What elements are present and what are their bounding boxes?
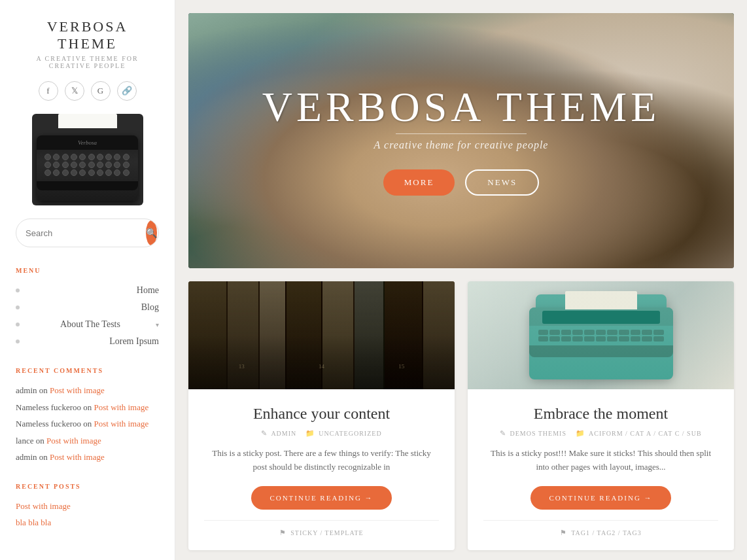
card-2-cta: CONTINUE READING → (483, 486, 718, 510)
menu-item-label: Blog (141, 302, 159, 313)
continue-reading-button-1[interactable]: CONTINUE READING → (251, 486, 391, 510)
menu-item-about[interactable]: About The Tests ▾ (16, 316, 159, 333)
post-link[interactable]: bla bla bla (16, 517, 51, 527)
list-item: Nameless fuckeroo on Post with image (16, 415, 159, 432)
card-image-books: 131415 (188, 281, 455, 389)
social-links: f 𝕏 G 🔗 (16, 81, 159, 101)
hero-subtitle: A creative theme for creative people (262, 139, 660, 151)
main-menu: Home Blog About The Tests ▾ Lorem Ipsum (16, 282, 159, 350)
card-1-tags: ⚑ STICKY / TEMPLATE (204, 520, 439, 540)
hero-divider (396, 133, 527, 134)
author-icon: ✎ (261, 429, 268, 438)
list-item: admin on Post with image (16, 382, 159, 399)
typewriter-image: Verbosa (32, 114, 143, 205)
tag-icon: ⚑ (279, 529, 287, 537)
link-icon[interactable]: 🔗 (117, 81, 137, 101)
tag-icon: ⚑ (560, 529, 567, 537)
list-item: lance on Post with image (16, 432, 159, 449)
list-item: bla bla bla (16, 514, 159, 531)
recent-comments-list: admin on Post with image Nameless fucker… (16, 382, 159, 466)
menu-item-label: About The Tests (60, 319, 120, 330)
more-button[interactable]: MORE (383, 169, 455, 196)
card-1-cta: CONTINUE READING → (204, 486, 439, 510)
author-icon: ✎ (500, 429, 506, 438)
menu-item-blog[interactable]: Blog (16, 299, 159, 316)
post-card-2: Embrace the moment ✎ DEMOS THEMIS 📁 ACIF… (468, 281, 734, 550)
card-1-title: Enhance your content (204, 405, 439, 423)
menu-item-lorem[interactable]: Lorem Ipsum (16, 333, 159, 350)
category-icon: 📁 (305, 429, 315, 438)
comment-link[interactable]: Post with image (46, 436, 101, 446)
card-2-body: Embrace the moment ✎ DEMOS THEMIS 📁 ACIF… (468, 389, 734, 550)
card-1-meta: ✎ ADMIN 📁 UNCATEGORIZED (204, 429, 439, 438)
list-item: admin on Post with image (16, 449, 159, 466)
card-2-meta: ✎ DEMOS THEMIS 📁 ACIFORM / CAT A / CAT C… (483, 429, 718, 438)
twitter-icon[interactable]: 𝕏 (65, 81, 84, 101)
card-1-body: Enhance your content ✎ ADMIN 📁 UNCATEGOR… (188, 389, 455, 550)
comment-link[interactable]: Post with image (50, 452, 105, 462)
site-tagline: A CREATIVE THEME FOR CREATIVE PEOPLE (16, 55, 159, 69)
facebook-icon[interactable]: f (39, 81, 58, 101)
hero-buttons: MORE NEWS (262, 169, 660, 196)
post-card-1: 131415 Enhance your content ✎ ADMIN 📁 UN… (188, 281, 455, 550)
hero-title: VERBOSA THEME (262, 86, 660, 128)
logo-area: VERBOSA THEME A CREATIVE THEME FOR CREAT… (16, 18, 159, 69)
card-1-category: 📁 UNCATEGORIZED (305, 429, 381, 438)
site-title: VERBOSA THEME (16, 18, 159, 52)
card-image-typewriter (468, 281, 734, 389)
card-2-author: ✎ DEMOS THEMIS (500, 429, 566, 438)
comment-link[interactable]: Post with image (94, 419, 149, 429)
hero-content: VERBOSA THEME A creative theme for creat… (262, 86, 660, 196)
card-2-category: 📁 ACIFORM / CAT A / CAT C / SUB (576, 429, 702, 438)
recent-posts-list: Post with image bla bla bla (16, 498, 159, 531)
search-input[interactable] (16, 223, 145, 243)
list-item: Post with image (16, 498, 159, 515)
menu-item-label: Home (137, 285, 159, 296)
menu-label: MENU (16, 267, 159, 274)
search-icon: 🔍 (146, 228, 157, 238)
card-1-author: ✎ ADMIN (261, 429, 296, 438)
continue-reading-button-2[interactable]: CONTINUE READING → (530, 486, 670, 510)
card-1-excerpt: This is a sticky post. There are a few t… (204, 447, 439, 474)
category-icon: 📁 (576, 429, 585, 438)
news-button[interactable]: NEWS (465, 169, 539, 196)
recent-comments-label: RECENT COMMENTS (16, 367, 159, 374)
main-content: VERBOSA THEME A creative theme for creat… (175, 0, 747, 560)
menu-item-home[interactable]: Home (16, 282, 159, 299)
hero-banner: VERBOSA THEME A creative theme for creat… (188, 13, 734, 268)
comment-link[interactable]: Post with image (94, 402, 149, 412)
sidebar: VERBOSA THEME A CREATIVE THEME FOR CREAT… (0, 0, 175, 560)
card-2-title: Embrace the moment (483, 405, 718, 423)
cards-row: 131415 Enhance your content ✎ ADMIN 📁 UN… (188, 281, 734, 550)
search-button[interactable]: 🔍 (146, 220, 157, 245)
card-2-tags: ⚑ TAG1 / TAG2 / TAG3 (483, 520, 718, 540)
recent-posts-label: RECENT POSTS (16, 483, 159, 490)
search-bar[interactable]: 🔍 (16, 219, 159, 247)
menu-item-label: Lorem Ipsum (109, 336, 159, 347)
googleplus-icon[interactable]: G (91, 81, 111, 101)
post-link[interactable]: Post with image (16, 501, 71, 511)
comment-link[interactable]: Post with image (50, 385, 105, 395)
list-item: Nameless fuckeroo on Post with image (16, 399, 159, 416)
card-2-excerpt: This is a sticky post!!! Make sure it st… (483, 447, 718, 474)
chevron-down-icon: ▾ (156, 321, 159, 328)
